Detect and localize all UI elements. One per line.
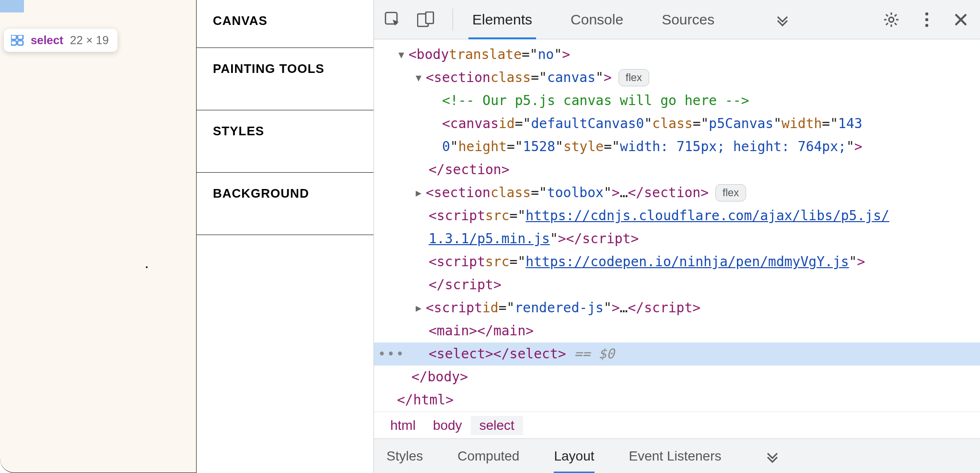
dom-close-html[interactable]: </html> bbox=[374, 389, 980, 412]
expand-triangle-icon[interactable]: ▼ bbox=[397, 43, 406, 66]
subtab-layout[interactable]: Layout bbox=[554, 439, 594, 473]
dom-node-section-toolbox[interactable]: ▶<section class="toolbox">…</section>fle… bbox=[374, 181, 980, 204]
row-actions-icon[interactable]: ••• bbox=[378, 343, 405, 366]
kebab-menu-icon[interactable] bbox=[924, 12, 929, 28]
dom-node-script1[interactable]: <script src="https://cdnjs.cloudflare.co… bbox=[374, 204, 980, 227]
svg-rect-6 bbox=[426, 12, 433, 24]
collapse-triangle-icon[interactable]: ▶ bbox=[414, 296, 423, 319]
select-element-icon bbox=[11, 35, 24, 46]
device-toggle-icon[interactable] bbox=[417, 12, 434, 28]
flex-badge[interactable]: flex bbox=[715, 184, 746, 201]
dom-node-select[interactable]: ••• <select></select> == $0 bbox=[374, 343, 980, 366]
highlighted-element-box bbox=[0, 0, 24, 12]
page-preview: select 22 × 19 bbox=[0, 0, 197, 473]
toolbox-item-styles[interactable]: STYLES bbox=[197, 110, 373, 173]
subtab-styles[interactable]: Styles bbox=[386, 439, 423, 473]
svg-rect-2 bbox=[11, 41, 16, 45]
subtab-event-listeners[interactable]: Event Listeners bbox=[629, 439, 722, 473]
tab-elements[interactable]: Elements bbox=[472, 0, 532, 39]
collapse-triangle-icon[interactable]: ▶ bbox=[414, 181, 423, 204]
dom-node-main[interactable]: <main></main> bbox=[374, 319, 980, 343]
svg-point-10 bbox=[925, 24, 928, 26]
dom-close-section[interactable]: </section> bbox=[374, 158, 980, 181]
styles-tabbar: Styles Computed Layout Event Listeners bbox=[374, 438, 980, 473]
more-tabs-icon[interactable] bbox=[776, 13, 789, 26]
crumb-select[interactable]: select bbox=[471, 416, 523, 435]
tab-sources[interactable]: Sources bbox=[662, 0, 714, 39]
dom-node-body[interactable]: ▼<body translate="no"> bbox=[374, 43, 980, 66]
tabbar-divider bbox=[453, 9, 453, 31]
element-inspect-tooltip: select 22 × 19 bbox=[4, 29, 117, 52]
crumb-html[interactable]: html bbox=[382, 416, 424, 435]
dom-comment[interactable]: <!-- Our p5.js canvas will go here --> bbox=[374, 89, 980, 112]
dom-node-script2[interactable]: <script src="https://codepen.io/ninhja/p… bbox=[374, 250, 980, 273]
decorative-dot bbox=[146, 266, 148, 268]
toolbox-sidebar: CANVAS PAINTING TOOLS STYLES BACKGROUND bbox=[197, 0, 374, 473]
dom-node-canvas-cont[interactable]: 0" height="1528" style="width: 715px; he… bbox=[374, 135, 980, 158]
dom-breadcrumb: html body select bbox=[374, 412, 980, 438]
dom-node-script3[interactable]: ▶<script id="rendered-js">…</script> bbox=[374, 296, 980, 319]
svg-point-9 bbox=[925, 18, 928, 21]
dom-node-script1-cont[interactable]: 1.3.1/p5.min.js"></script> bbox=[374, 227, 980, 250]
tooltip-dimensions: 22 × 19 bbox=[70, 34, 109, 47]
toolbox-item-canvas[interactable]: CANVAS bbox=[197, 0, 373, 48]
svg-rect-3 bbox=[18, 41, 23, 45]
svg-rect-1 bbox=[18, 35, 23, 39]
dom-node-canvas[interactable]: <canvas id="defaultCanvas0" class="p5Can… bbox=[374, 112, 980, 135]
toolbox-item-painting-tools[interactable]: PAINTING TOOLS bbox=[197, 48, 373, 110]
dom-close-body[interactable]: </body> bbox=[374, 366, 980, 389]
svg-point-8 bbox=[925, 12, 928, 15]
tooltip-tag: select bbox=[31, 34, 63, 47]
svg-rect-0 bbox=[11, 35, 16, 39]
tab-console[interactable]: Console bbox=[571, 0, 623, 39]
inspect-icon[interactable] bbox=[385, 12, 401, 28]
crumb-body[interactable]: body bbox=[424, 416, 471, 435]
devtools-panel: Elements Console Sources bbox=[374, 0, 980, 473]
flex-badge[interactable]: flex bbox=[618, 69, 649, 86]
svg-point-7 bbox=[889, 17, 894, 22]
close-icon[interactable] bbox=[954, 13, 968, 26]
dom-tree[interactable]: ▼<body translate="no"> ▼<section class="… bbox=[374, 39, 980, 412]
subtab-computed[interactable]: Computed bbox=[457, 439, 519, 473]
expand-triangle-icon[interactable]: ▼ bbox=[414, 66, 423, 89]
dom-node-section-canvas[interactable]: ▼<section class="canvas">flex bbox=[374, 66, 980, 89]
more-subtabs-icon[interactable] bbox=[766, 449, 779, 463]
toolbox-item-background[interactable]: BACKGROUND bbox=[197, 173, 373, 235]
dom-node-script2-close[interactable]: </script> bbox=[374, 273, 980, 296]
settings-icon[interactable] bbox=[883, 12, 899, 28]
devtools-tabbar: Elements Console Sources bbox=[374, 0, 980, 39]
